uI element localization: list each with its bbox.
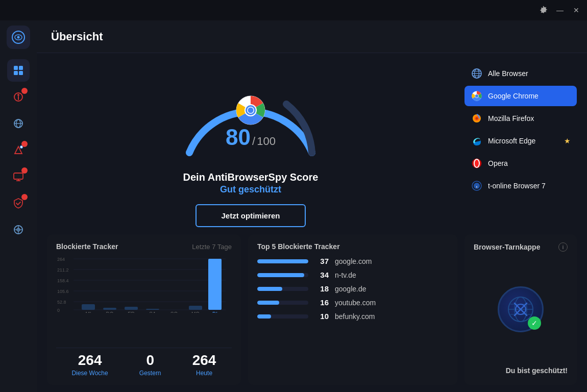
tarn-card-title: Browser-Tarnkappe	[474, 243, 540, 251]
top5-card-header: Top 5 Blockierte Tracker	[257, 242, 448, 251]
tarn-card: Browser-Tarnkappe i	[464, 234, 577, 385]
browser-list: Alle Browser	[464, 58, 577, 196]
top5-domain-0: google.com	[335, 257, 372, 265]
svg-text:158.4: 158.4	[57, 278, 69, 283]
tracker-card-subtitle: Letzte 7 Tage	[192, 243, 232, 251]
week-value: 264	[78, 352, 102, 369]
top5-bar-container-1	[257, 273, 308, 277]
browser-label-all: Alle Browser	[488, 69, 528, 78]
sidebar-item-tracker[interactable]	[7, 86, 30, 108]
top-section: 80 / 100 Dein AntiBrowserSpy Score Gut g…	[37, 53, 587, 227]
score-total: 100	[257, 135, 276, 148]
svg-point-34	[475, 94, 478, 97]
bottom-section: Blockierte Tracker Letzte 7 Tage 264 211…	[37, 227, 587, 392]
top5-count-1: 34	[314, 271, 329, 279]
score-separator: /	[252, 135, 255, 148]
svg-text:52.8: 52.8	[57, 300, 66, 305]
gauge-container: 80 / 100	[174, 63, 327, 165]
tracker-card-header: Blockierte Tracker Letzte 7 Tage	[56, 242, 232, 251]
browser-item-opera[interactable]: Opera	[464, 153, 577, 174]
today-label: Heute	[196, 370, 212, 377]
browser-label-tonline: t-online Browser 7	[488, 182, 546, 190]
svg-rect-4	[19, 66, 23, 70]
gauge-score: 80 / 100	[226, 125, 276, 150]
browser-item-firefox[interactable]: Mozilla Firefox	[464, 108, 577, 129]
sidebar-item-screen[interactable]	[7, 165, 30, 188]
top5-bar-container-4	[257, 314, 308, 318]
svg-rect-61	[146, 309, 159, 310]
sidebar-item-world[interactable]	[7, 218, 30, 241]
content-area: 80 / 100 Dein AntiBrowserSpy Score Gut g…	[37, 53, 587, 392]
browser-item-chrome[interactable]: Google Chrome	[464, 86, 577, 106]
top5-card-title: Top 5 Blockierte Tracker	[257, 242, 340, 251]
svg-text:FR: FR	[128, 311, 134, 313]
svg-point-2	[17, 36, 20, 39]
svg-point-40	[475, 160, 479, 167]
svg-rect-14	[14, 173, 23, 179]
page-title: Übersicht	[51, 30, 103, 43]
top5-count-3: 16	[314, 298, 329, 307]
tracker-card-title: Blockierte Tracker	[56, 242, 118, 251]
tracker-badge	[21, 88, 28, 94]
browser-label-edge: Microsoft Edge	[488, 137, 535, 145]
top5-domain-1: n-tv.de	[335, 271, 356, 279]
svg-rect-59	[103, 308, 116, 310]
tarn-check-icon: ✓	[528, 316, 541, 330]
top5-bar-4	[257, 314, 271, 318]
svg-rect-63	[189, 306, 202, 310]
browser-label-opera: Opera	[488, 159, 508, 167]
sidebar-item-globe[interactable]	[7, 112, 30, 135]
stat-today: 264 Heute	[192, 352, 216, 377]
all-browser-icon	[471, 67, 483, 80]
yesterday-value: 0	[146, 352, 154, 369]
svg-text:SA: SA	[149, 311, 156, 313]
settings-titlebar-button[interactable]	[539, 6, 548, 15]
title-bar: — ✕	[0, 0, 587, 20]
svg-rect-3	[14, 66, 18, 70]
minimize-button[interactable]: —	[555, 6, 565, 15]
clean-badge	[21, 141, 28, 147]
close-button[interactable]: ✕	[572, 6, 581, 15]
today-value: 264	[192, 352, 216, 369]
score-value: 80	[226, 125, 251, 150]
svg-rect-60	[125, 307, 138, 310]
tarn-info-icon[interactable]: i	[558, 242, 568, 252]
browser-item-all[interactable]: Alle Browser	[464, 63, 577, 84]
top5-bar-0	[257, 259, 308, 263]
optimize-button[interactable]: Jetzt optimieren	[195, 204, 305, 227]
svg-rect-64	[208, 259, 222, 310]
top5-bar-container-2	[257, 287, 308, 291]
top5-bar-1	[257, 273, 304, 277]
svg-text:SO: SO	[170, 311, 178, 313]
svg-text:DI: DI	[212, 311, 217, 313]
firefox-icon	[471, 112, 483, 125]
top5-item-3: 16 youtube.com	[257, 298, 448, 307]
title-bar-controls: — ✕	[539, 6, 581, 15]
top5-count-2: 18	[314, 284, 329, 293]
svg-text:DO: DO	[106, 311, 114, 313]
sidebar-item-shield[interactable]	[7, 192, 30, 214]
opera-icon	[471, 157, 483, 169]
tracker-card: Blockierte Tracker Letzte 7 Tage 264 211…	[47, 234, 241, 385]
top5-domain-4: befunky.com	[335, 312, 375, 321]
svg-rect-58	[82, 304, 95, 310]
sidebar-item-clean[interactable]	[7, 139, 30, 161]
svg-text:t: t	[476, 185, 477, 188]
browser-item-edge[interactable]: Microsoft Edge ★	[464, 131, 577, 151]
tarn-status: Du bist geschützt!	[506, 366, 568, 377]
score-panel: 80 / 100 Dein AntiBrowserSpy Score Gut g…	[47, 58, 454, 227]
browser-item-tonline[interactable]: t t-online Browser 7	[464, 176, 577, 196]
top5-bar-container-0	[257, 259, 308, 263]
svg-text:105.6: 105.6	[57, 289, 69, 294]
top5-bar-2	[257, 287, 282, 291]
stat-week: 264 Diese Woche	[72, 352, 108, 377]
top5-card: Top 5 Blockierte Tracker 37 google.com	[248, 234, 457, 385]
top5-bar-container-3	[257, 301, 308, 305]
screen-badge	[21, 167, 28, 174]
svg-point-8	[17, 94, 19, 96]
top5-domain-3: youtube.com	[335, 299, 376, 307]
svg-point-26	[248, 108, 253, 113]
svg-text:MO: MO	[191, 311, 200, 313]
score-subtitle: Gut geschützt	[220, 184, 281, 195]
sidebar-item-overview[interactable]	[7, 59, 30, 82]
